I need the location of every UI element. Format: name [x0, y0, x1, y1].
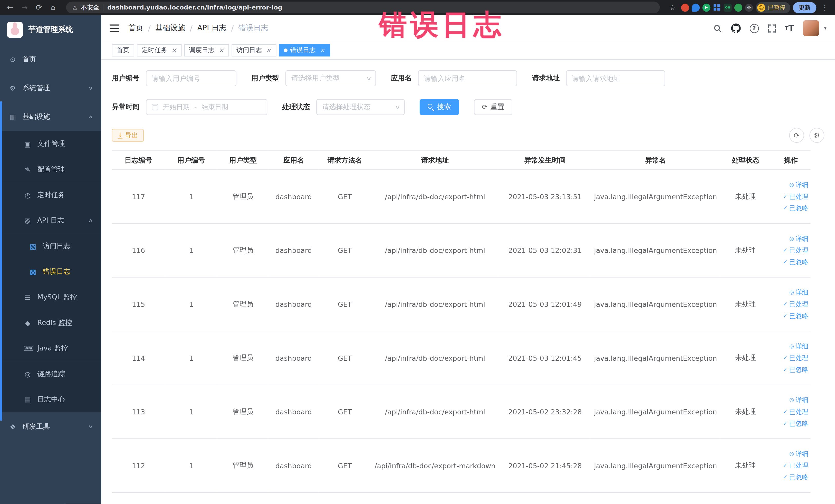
export-button[interactable]: ↓ 导出 [112, 129, 144, 142]
reset-button[interactable]: ⟳ 重置 [474, 99, 512, 115]
tab-cron-job[interactable]: 定时任务× [137, 44, 182, 57]
extension-icon-leaf[interactable] [734, 3, 742, 11]
forward-icon[interactable]: → [19, 0, 30, 15]
breadcrumb-item[interactable]: 基础设施 [155, 23, 185, 33]
mark-processed-link[interactable]: ✓已处理 [773, 298, 808, 310]
mark-processed-link[interactable]: ✓已处理 [773, 460, 808, 471]
sidebar-item-java[interactable]: ⌨Java 监控 [0, 336, 101, 361]
sidebar-item-redis[interactable]: ◆Redis 监控 [0, 310, 101, 336]
reload-icon[interactable]: ⟳ [33, 0, 45, 15]
font-size-icon[interactable]: TT [785, 23, 794, 33]
mark-ignored-link[interactable]: ✓已忽略 [773, 418, 808, 429]
breadcrumb-item[interactable]: 首页 [128, 23, 143, 33]
tab-error-log[interactable]: 错误日志× [279, 44, 330, 57]
tab-close-icon[interactable]: × [171, 47, 177, 54]
tab-access-log[interactable]: 访问日志× [231, 44, 276, 57]
help-icon[interactable]: ? [750, 24, 758, 33]
sidebar-item-mysql[interactable]: ☰MySQL 监控 [0, 284, 101, 310]
detail-link[interactable]: ◎详细 [773, 394, 808, 406]
request-url-input[interactable] [566, 70, 665, 86]
tab-close-icon[interactable]: × [319, 47, 325, 54]
cell-user-type: 管理员 [217, 277, 269, 331]
user-type-select[interactable]: 请选择用户类型 ∨ [285, 70, 376, 86]
check-icon: ✓ [783, 206, 788, 211]
tab-home[interactable]: 首页 [112, 44, 134, 57]
cell-exception-name: java.lang.IllegalArgumentException [591, 439, 720, 492]
refresh-table-button[interactable]: ⟳ [789, 128, 804, 143]
redis-icon: ◆ [23, 319, 32, 327]
mark-processed-link[interactable]: ✓已处理 [773, 352, 808, 364]
mark-processed-link[interactable]: ✓已处理 [773, 191, 808, 203]
detail-link[interactable]: ◎详细 [773, 448, 808, 460]
detail-link[interactable]: ◎详细 [773, 340, 808, 352]
sidebar-item-trace[interactable]: ◎链路追踪 [0, 361, 101, 387]
browser-update-button[interactable]: 更新 [793, 2, 816, 13]
sidebar-item-home[interactable]: ⊙首页 [0, 45, 101, 74]
breadcrumb-separator: / [148, 24, 151, 32]
extension-icon-paw[interactable]: ❉ [745, 3, 753, 11]
extension-icon-on[interactable]: on [724, 3, 732, 11]
breadcrumb-item[interactable]: API 日志 [197, 23, 226, 33]
extension-icon-grid[interactable] [713, 3, 721, 11]
sidebar-scrollbar[interactable] [0, 101, 2, 421]
avatar-caret-icon[interactable]: ▾ [824, 26, 826, 31]
mark-ignored-link[interactable]: ✓已忽略 [773, 364, 808, 376]
address-bar[interactable]: ⚠ 不安全 dashboard.yudao.iocoder.cn/infra/l… [66, 2, 660, 13]
cell-request-url: /api/infra/db-doc/export-html [371, 170, 499, 224]
table-row: 116 1 管理员 dashboard GET /api/infra/db-do… [112, 223, 811, 277]
filter-label-user-id: 用户编号 [112, 74, 140, 83]
sidebar-item-api-log[interactable]: ▨API 日志∧ [0, 208, 101, 234]
sidebar-item-job[interactable]: ◷定时任务 [0, 182, 101, 208]
cell-user-type: 管理员 [217, 170, 269, 224]
tab-job-log[interactable]: 调度日志× [184, 44, 229, 57]
process-status-select[interactable]: 请选择处理状态 ∨ [316, 99, 405, 115]
mark-processed-link[interactable]: ✓已处理 [773, 406, 808, 418]
app-logo[interactable]: 芋道管理系统 [0, 15, 101, 45]
mark-ignored-link[interactable]: ✓已忽略 [773, 471, 808, 483]
user-avatar[interactable] [803, 20, 819, 36]
sidebar-item-config[interactable]: ✎配置管理 [0, 157, 101, 182]
user-id-input[interactable] [146, 70, 237, 86]
sidebar-collapse-icon[interactable] [109, 24, 119, 32]
browser-menu-icon[interactable]: ⋮ [819, 0, 831, 15]
check-icon: ✓ [783, 409, 788, 415]
range-separator: - [194, 103, 197, 111]
sidebar-item-dev-tools[interactable]: ❖研发工具∨ [0, 412, 101, 441]
sidebar-item-log-center[interactable]: ▤日志中心 [0, 387, 101, 412]
search-button[interactable]: 搜索 [420, 99, 459, 115]
exception-time-range-picker[interactable]: 开始日期 - 结束日期 [146, 99, 267, 115]
cell-status: 未处理 [720, 277, 771, 331]
github-icon[interactable] [731, 23, 740, 33]
app-title: 芋道管理系统 [28, 25, 73, 35]
detail-link[interactable]: ◎详细 [773, 179, 808, 191]
app-name-input[interactable] [418, 70, 517, 86]
end-date-placeholder: 结束日期 [202, 102, 228, 112]
sidebar-item-label: Java 监控 [37, 344, 68, 353]
profile-sync-paused-chip[interactable]: ☺ 已暂停 [756, 2, 790, 13]
mark-ignored-link[interactable]: ✓已忽略 [773, 202, 808, 214]
detail-link[interactable]: ◎详细 [773, 233, 808, 245]
mark-ignored-link[interactable]: ✓已忽略 [773, 310, 808, 322]
sidebar-item-system[interactable]: ⚙系统管理∨ [0, 74, 101, 102]
tab-close-icon[interactable]: × [218, 47, 224, 54]
extension-icon-drop[interactable] [692, 3, 700, 11]
extension-icon-red[interactable] [681, 3, 689, 11]
cell-user-type: 管理员 [217, 331, 269, 385]
column-settings-button[interactable]: ⚙ [809, 128, 824, 143]
mark-processed-link[interactable]: ✓已处理 [773, 244, 808, 256]
extension-icon-green[interactable]: ▶ [702, 3, 710, 11]
home-icon[interactable]: ⌂ [47, 0, 59, 15]
sidebar-item-error-log[interactable]: ▩错误日志 [0, 259, 101, 284]
detail-link[interactable]: ◎详细 [773, 286, 808, 298]
back-icon[interactable]: ← [4, 0, 16, 15]
fullscreen-icon[interactable] [768, 24, 776, 32]
sidebar-item-infra[interactable]: ▦基础设施∧ [0, 102, 101, 131]
tab-close-icon[interactable]: × [266, 47, 271, 54]
sidebar-item-label: MySQL 监控 [37, 293, 77, 302]
mark-ignored-link[interactable]: ✓已忽略 [773, 256, 808, 268]
search-icon[interactable] [713, 24, 722, 33]
annotation-overlay: 错误日志 [379, 6, 505, 44]
sidebar-item-access-log[interactable]: ▧访问日志 [0, 234, 101, 259]
bookmark-star-icon[interactable]: ☆ [667, 0, 678, 15]
sidebar-item-file[interactable]: ▣文件管理 [0, 131, 101, 157]
